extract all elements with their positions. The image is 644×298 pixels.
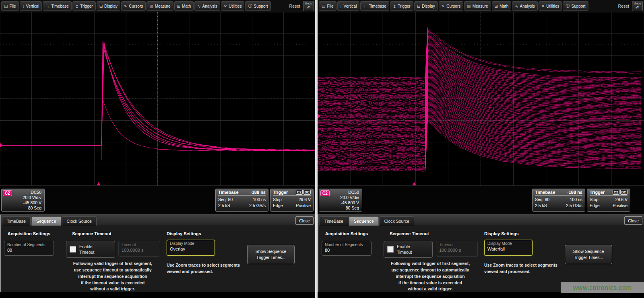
support-icon: ⓘ — [566, 3, 570, 9]
tab-clock-source[interactable]: Clock Source — [62, 216, 97, 226]
reset-button[interactable]: Reset — [289, 4, 300, 8]
enable-timeout-checkbox[interactable]: Enable Timeout — [66, 241, 115, 258]
trigger-level: 29.6 V — [299, 197, 311, 202]
math-icon: ⊞ — [177, 4, 180, 8]
show-sequence-trigger-times-button[interactable]: Show Sequence Trigger Times... — [565, 245, 612, 264]
menu-support-button[interactable]: ⓘSupport — [245, 1, 270, 11]
waveform-grid-waterfall[interactable] — [318, 12, 644, 186]
menu-label: Trigger — [398, 4, 410, 8]
zoom-traces-hint: Use Zoom traces to select segments viewe… — [484, 262, 559, 275]
channel-descriptor-c2[interactable]: C2 DC50 20.0 V/div -45.800 V 80 Seg — [319, 189, 362, 212]
menu-file-button[interactable]: ▤File — [1, 1, 19, 11]
menu-measure-button[interactable]: ▥Measure — [147, 1, 173, 11]
dialog-tabs: TimeBaseSequenceClock Source — [2, 216, 97, 226]
timeout-description: Following valid trigger of first segment… — [62, 261, 163, 292]
undo-button[interactable]: Undo ↶ — [303, 1, 314, 11]
menu-label: Display — [104, 4, 118, 8]
menu-support-button[interactable]: ⓘSupport — [563, 1, 588, 11]
menu-utilities-button[interactable]: ✕Utilities — [221, 1, 245, 11]
menu-trigger-button[interactable]: ↥Trigger — [390, 1, 413, 11]
display-mode-select[interactable]: Display Mode Overlay — [167, 240, 215, 256]
trigger-slope: Positive — [613, 203, 627, 208]
menu-trigger-button[interactable]: ↥Trigger — [72, 1, 96, 11]
dual-scope-screenshot: ▤File↕Vertical↔Timebase↥Trigger⊟Display✎… — [0, 0, 644, 298]
tab-sequence[interactable]: Sequence — [349, 216, 379, 226]
menu-label: Vertical — [344, 4, 357, 8]
show-sequence-trigger-times-button[interactable]: Show Sequence Trigger Times... — [247, 245, 295, 264]
menu-file-button[interactable]: ▤File — [319, 1, 336, 11]
channel-segments: 80 Seg — [13, 206, 41, 211]
menu-vertical-button[interactable]: ↕Vertical — [337, 1, 360, 11]
checkbox-square[interactable] — [70, 246, 76, 253]
trigger-source: C2 DC — [613, 190, 627, 195]
utilities-icon: ✕ — [541, 4, 545, 8]
checkbox-square[interactable] — [387, 246, 394, 253]
timebase-descriptor[interactable]: Timebase -188 ns Seq: 80 100 ns 2.5 kS 2… — [532, 189, 585, 212]
menu-display-button[interactable]: ⊟Display — [97, 1, 120, 11]
menu-label: Cursors — [129, 4, 143, 8]
menu-label: Math — [500, 4, 508, 8]
analysis-icon: ∿ — [197, 4, 200, 8]
channel-segments: 80 Seg — [330, 206, 359, 211]
close-button[interactable]: Close — [624, 216, 642, 225]
trigger-descriptor[interactable]: Trigger C2 DC Stop 29.6 V Edge Positive — [587, 189, 630, 212]
menu-cursors-button[interactable]: ✎Cursors — [439, 1, 463, 11]
close-button[interactable]: Close — [295, 216, 314, 225]
channel-badge: C2 — [3, 190, 12, 196]
reset-button[interactable]: Reset — [618, 4, 629, 8]
tab-timebase[interactable]: TimeBase — [320, 216, 348, 226]
display-mode-select[interactable]: Display Mode Waterfall — [484, 240, 533, 256]
display-icon: ⊟ — [99, 4, 103, 8]
number-of-segments-field[interactable]: Number of Segments 80 — [322, 241, 372, 256]
menu-math-button[interactable]: ⊞Math — [174, 1, 194, 11]
menu-math-button[interactable]: ⊞Math — [492, 1, 512, 11]
trigger-source: C2 DC — [296, 190, 311, 195]
timebase-descriptor[interactable]: Timebase -188 ns Seq: 80 100 ns 2.5 kS 2… — [215, 189, 268, 212]
trigger-title: Trigger — [273, 190, 288, 195]
utilities-icon: ✕ — [224, 4, 227, 8]
channel-offset-marker[interactable] — [0, 143, 3, 148]
menu-label: Utilities — [229, 4, 242, 8]
waveform-svg-waterfall[interactable] — [318, 12, 644, 185]
vertical-icon: ↕ — [23, 4, 25, 8]
cursors-icon: ✎ — [124, 4, 127, 8]
tab-sequence[interactable]: Sequence — [31, 216, 61, 226]
scope-panel-overlay: ▤File↕Vertical↔Timebase↥Trigger⊟Display✎… — [0, 0, 315, 298]
channel-offset: -45.800 V — [330, 200, 359, 206]
menu-analysis-button[interactable]: ∿Analysis — [512, 1, 538, 11]
watermark: www.cntronics.com — [561, 282, 644, 293]
number-of-segments-field[interactable]: Number of Segments 80 — [4, 241, 54, 256]
menu-measure-button[interactable]: ▥Measure — [464, 1, 491, 11]
menu-analysis-button[interactable]: ∿Analysis — [194, 1, 220, 11]
menu-label: Timebase — [369, 4, 386, 8]
status-boxes: Timebase -188 ns Seq: 80 100 ns 2.5 kS 2… — [532, 189, 630, 214]
channel-descriptor-c2[interactable]: C2 DC50 20.0 V/div -45.800 V 80 Seg — [1, 189, 45, 212]
support-icon: ⓘ — [248, 3, 252, 9]
measure-icon: ▥ — [467, 4, 471, 8]
trigger-kind: Edge — [273, 203, 283, 208]
timebase-rate: 2.5 GS/s — [566, 203, 582, 208]
waveform-grid-overlay[interactable] — [0, 12, 315, 186]
timebase-title: Timebase — [218, 190, 239, 195]
timeout-field[interactable]: Timeout 100.0000 s — [436, 241, 478, 257]
menu-timebase-button[interactable]: ↔Timebase — [43, 1, 72, 11]
menu-timebase-button[interactable]: ↔Timebase — [360, 1, 389, 11]
tab-timebase[interactable]: TimeBase — [2, 216, 31, 226]
undo-button[interactable]: Undo ↶ — [632, 1, 643, 11]
timebase-record: 2.5 kS — [218, 203, 230, 208]
menu-display-button[interactable]: ⊟Display — [414, 1, 438, 11]
menu-vertical-button[interactable]: ↕Vertical — [20, 1, 42, 11]
menu-label: Analysis — [202, 4, 217, 8]
tab-clock-source[interactable]: Clock Source — [380, 216, 414, 226]
timebase-icon: ↔ — [363, 4, 367, 8]
trigger-position-marker[interactable] — [97, 182, 100, 185]
descriptor-strip: C2 DC50 20.0 V/div -45.800 V 80 Seg Time… — [0, 186, 315, 214]
menu-cursors-button[interactable]: ✎Cursors — [121, 1, 146, 11]
menu-bar: ▤File↕Vertical↔Timebase↥Trigger⊟Display✎… — [318, 0, 644, 12]
channel-badge: C2 — [320, 190, 330, 196]
enable-timeout-checkbox[interactable]: Enable Timeout — [384, 241, 433, 258]
waveform-svg-overlay[interactable] — [0, 12, 315, 185]
trigger-descriptor[interactable]: Trigger C2 DC Stop 29.6 V Edge Positive — [270, 189, 314, 212]
menu-utilities-button[interactable]: ✕Utilities — [539, 1, 562, 11]
timeout-field[interactable]: Timeout 100.0000 s — [118, 241, 160, 257]
